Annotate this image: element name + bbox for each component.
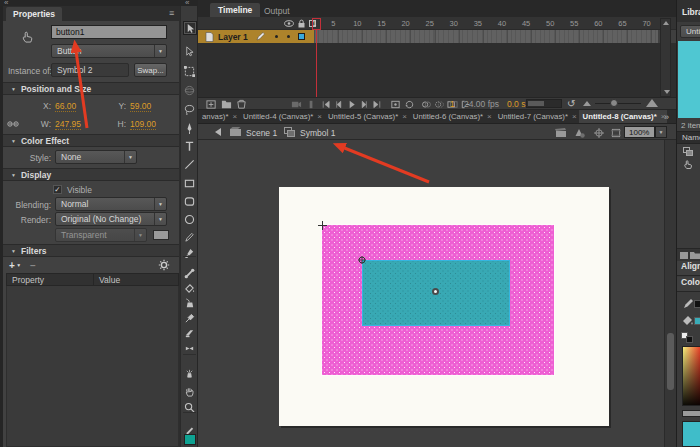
selection-tool-icon[interactable]: [184, 22, 196, 34]
layer-row[interactable]: Layer 1: [198, 30, 314, 43]
instance-type-dropdown[interactable]: Button▼: [51, 44, 167, 58]
scene-breadcrumb[interactable]: Scene 1: [246, 128, 277, 138]
instance-name-input[interactable]: [51, 25, 167, 39]
delete-layer-icon[interactable]: [236, 99, 247, 110]
tab-properties[interactable]: Properties: [6, 7, 62, 21]
ruler-frame-number[interactable]: 60: [590, 19, 606, 28]
blending-dropdown[interactable]: Normal▼: [55, 197, 167, 211]
fill-bucket-icon[interactable]: [682, 315, 694, 326]
subselection-tool-icon[interactable]: [184, 46, 196, 58]
new-symbol-icon[interactable]: [680, 251, 689, 260]
filter-options-gear-icon[interactable]: [158, 259, 172, 271]
clip-frame-icon[interactable]: [611, 128, 621, 138]
document-tab-label[interactable]: Untitled-8 (Canvas)*: [583, 112, 657, 121]
stage-zoom-field[interactable]: 100%: [624, 126, 655, 138]
center-frame-icon[interactable]: [390, 99, 401, 110]
spray-brush-tool-icon[interactable]: [184, 368, 196, 380]
center-stage-icon[interactable]: [594, 128, 604, 138]
document-tab-label[interactable]: Untitled-4 (Canvas)*: [243, 112, 313, 121]
zoom-in-frames-icon[interactable]: [646, 99, 658, 107]
tab-output[interactable]: Output: [256, 5, 298, 17]
go-to-first-frame-icon[interactable]: [320, 99, 331, 110]
new-folder-icon[interactable]: [690, 251, 700, 260]
ruler-frame-number[interactable]: 35: [470, 19, 486, 28]
timeline-v-scrollbar[interactable]: [660, 18, 671, 97]
brush-tool-icon[interactable]: [184, 248, 196, 260]
document-tab-label[interactable]: Untitled-5 (Canvas)*: [328, 112, 398, 121]
section-filters[interactable]: ▼Filters: [3, 244, 179, 257]
oval-tool-icon[interactable]: [184, 214, 196, 226]
ruler-frame-number[interactable]: 20: [398, 19, 414, 28]
swap-button[interactable]: Swap...: [134, 63, 167, 77]
bone-tool-icon[interactable]: [184, 268, 196, 280]
current-frame-value[interactable]: 1: [450, 99, 455, 109]
library-item-movieclip-icon[interactable]: [683, 147, 694, 157]
ruler-frame-number[interactable]: 25: [422, 19, 438, 28]
document-tab-label[interactable]: Untitled-7 (Canvas)*: [498, 112, 568, 121]
ruler-frame-number[interactable]: 40: [494, 19, 510, 28]
canvas-v-scrollbar[interactable]: [664, 140, 676, 447]
rotation-3d-tool-icon[interactable]: [184, 85, 196, 97]
color-panel-tab[interactable]: Color: [677, 277, 700, 292]
filters-col-property[interactable]: Property: [7, 274, 94, 285]
new-folder-icon[interactable]: [221, 99, 232, 110]
color-gradient-picker[interactable]: [682, 346, 700, 406]
tab-close-icon[interactable]: ×: [317, 112, 322, 121]
w-value[interactable]: 247.95: [55, 119, 81, 130]
tab-close-icon[interactable]: ×: [487, 112, 492, 121]
document-tab[interactable]: Untitled-6 (Canvas)*×: [409, 110, 494, 123]
layer-outline-swatch[interactable]: [298, 33, 305, 40]
ruler-frame-number[interactable]: 55: [566, 19, 582, 28]
lasso-tool-icon[interactable]: [184, 104, 196, 116]
hand-tool-icon[interactable]: [184, 386, 196, 398]
fill-color-swatch-panel[interactable]: [694, 317, 700, 325]
tab-close-icon[interactable]: ×: [232, 112, 237, 121]
fill-color-swatch[interactable]: [184, 434, 196, 445]
visible-checkbox[interactable]: ✓: [53, 185, 62, 194]
registration-point[interactable]: [432, 288, 439, 295]
frame-zoom-thumb[interactable]: [610, 99, 618, 107]
document-tab[interactable]: Untitled-7 (Canvas)*×: [494, 110, 579, 123]
free-transform-tool-icon[interactable]: [184, 66, 196, 78]
library-doc-dropdown[interactable]: Unti: [680, 25, 700, 38]
text-tool-icon[interactable]: [184, 141, 196, 153]
properties-menu-icon[interactable]: ≡: [169, 8, 174, 18]
tab-close-icon[interactable]: ×: [572, 112, 577, 121]
document-tab[interactable]: Untitled-8 (Canvas)*×: [579, 110, 668, 123]
layer-lock-dot[interactable]: [287, 35, 290, 38]
stage-zoom-dropdown-arrow[interactable]: ▼: [655, 126, 667, 138]
document-tab-label[interactable]: Untitled-6 (Canvas)*: [413, 112, 483, 121]
section-display[interactable]: ▼Display: [3, 168, 179, 181]
render-dropdown[interactable]: Original (No Change)▼: [55, 212, 167, 226]
ruler-frame-number[interactable]: 10: [349, 19, 365, 28]
ruler-frame-number[interactable]: 15: [373, 19, 389, 28]
lock-icon[interactable]: [297, 19, 306, 29]
align-panel-tab[interactable]: Align: [677, 261, 700, 276]
tab-close-icon[interactable]: ×: [402, 112, 407, 121]
onion-skin-outlines-icon[interactable]: [434, 99, 445, 110]
ruler-frame-number[interactable]: 5: [325, 19, 341, 28]
step-back-icon[interactable]: [333, 99, 344, 110]
camera-icon[interactable]: [291, 99, 302, 110]
tab-timeline[interactable]: Timeline: [210, 3, 260, 17]
ruler-frame-number[interactable]: 65: [614, 19, 630, 28]
y-value[interactable]: 59.00: [130, 101, 151, 112]
filters-col-value[interactable]: Value: [94, 274, 120, 285]
pasteboard[interactable]: [198, 140, 664, 447]
eraser-tool-icon[interactable]: [184, 328, 196, 340]
timeline-h-scrollbar[interactable]: [526, 99, 562, 108]
play-icon[interactable]: [346, 99, 357, 110]
style-dropdown[interactable]: None▼: [55, 150, 137, 164]
section-color-effect[interactable]: ▼Color Effect: [3, 134, 179, 147]
primitive-rectangle-tool-icon[interactable]: [184, 196, 196, 208]
elapsed-time-value[interactable]: 0.0 s: [507, 99, 525, 109]
pencil-tool-icon[interactable]: [184, 232, 196, 244]
swap-colors-icon[interactable]: [686, 336, 693, 343]
reset-zoom-icon[interactable]: ↺: [567, 98, 575, 109]
frame-rate-value[interactable]: 24.00 fps: [464, 99, 499, 109]
instance-of-field[interactable]: Symbol 2: [51, 63, 129, 77]
layer-frames-strip[interactable]: [314, 30, 658, 43]
pen-tool-icon[interactable]: [184, 123, 196, 135]
scroll-up-arrow-icon[interactable]: [663, 21, 669, 25]
document-tab[interactable]: Untitled-5 (Canvas)*×: [324, 110, 409, 123]
